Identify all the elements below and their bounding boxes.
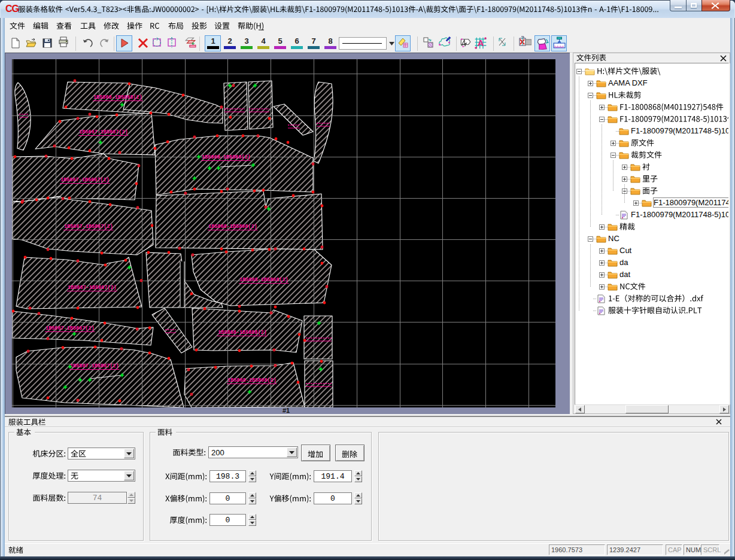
svg-text:1B5868-1B5868(2): 1B5868-1B5868(2) xyxy=(239,277,288,283)
svg-text:A: A xyxy=(478,38,484,48)
svg-text:1B5667-1B5867(2): 1B5667-1B5867(2) xyxy=(64,224,113,230)
svg-text:1B5667-1B5667(2): 1B5667-1B5667(2) xyxy=(79,129,128,135)
svg-text:1B5868-1B5888(2): 1B5868-1B5888(2) xyxy=(218,330,267,336)
svg-text:1B5667-1B5667(2): 1B5667-1B5667(2) xyxy=(68,285,117,291)
svg-text:1B5868-1B5808(2): 1B5868-1B5808(2) xyxy=(227,378,277,384)
svg-text:1B5868-1B5868(2): 1B5868-1B5868(2) xyxy=(202,154,251,160)
svg-text:1B5807-1B5867(2): 1B5807-1B5867(2) xyxy=(70,363,119,369)
svg-text:1B5868-1B5868(2): 1B5868-1B5868(2) xyxy=(93,95,142,101)
svg-text:1B5667-1B5667(2): 1B5667-1B5667(2) xyxy=(60,177,110,183)
svg-text:1B5667-1B5667(2): 1B5667-1B5667(2) xyxy=(45,325,95,331)
svg-text:1B5868-1B5898(2): 1B5868-1B5898(2) xyxy=(208,224,257,230)
